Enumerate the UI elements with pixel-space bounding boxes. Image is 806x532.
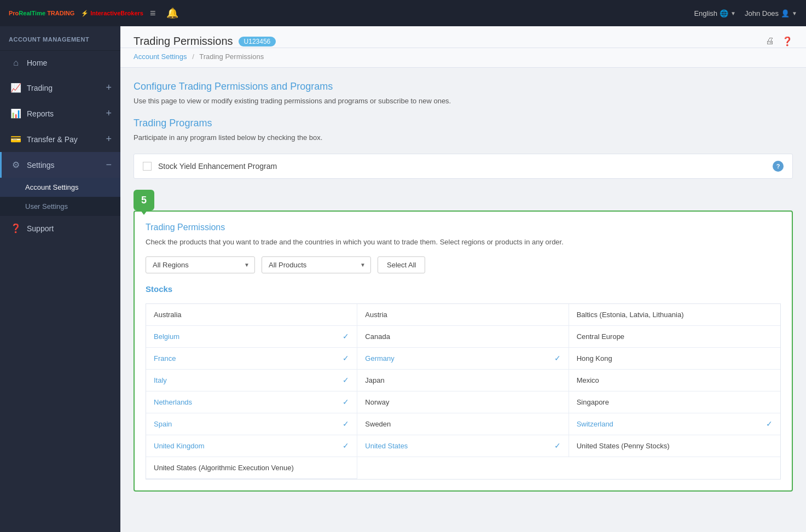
country-name: United States (Penny Stocks) <box>577 442 670 450</box>
settings-collapse-icon: − <box>106 159 112 171</box>
breadcrumb-current: Trading Permissions <box>199 52 264 61</box>
product-filter-wrapper: All Products Stocks Options Futures Fore… <box>262 256 371 273</box>
configure-section: Configure Trading Permissions and Progra… <box>134 81 793 107</box>
sidebar-item-transfer-pay[interactable]: 💳 Transfer & Pay + <box>0 126 120 152</box>
sidebar-item-reports[interactable]: 📊 Reports + <box>0 101 120 126</box>
logo-prt: ProRealTime TRADING <box>9 10 74 16</box>
country-cell[interactable]: Baltics (Estonia, Latvia, Lithuania) <box>569 304 780 326</box>
country-cell[interactable]: Singapore <box>569 391 780 413</box>
country-cell[interactable]: Austria <box>357 304 569 326</box>
page-header-title: Trading Permissions U123456 <box>134 35 276 48</box>
country-name: United Kingdom <box>154 442 205 450</box>
country-cell[interactable]: Mexico <box>569 370 780 391</box>
country-name: Hong Kong <box>577 354 612 363</box>
topbar-icons: ≡ 🔔 <box>150 7 179 19</box>
sidebar-transfer-pay-label: Transfer & Pay <box>27 135 100 144</box>
configure-title: Configure Trading Permissions and Progra… <box>134 81 793 92</box>
country-name: Sweden <box>365 420 391 428</box>
topbar-left: ProRealTime TRADING ⚡ InteractiveBrokers… <box>9 7 178 19</box>
breadcrumb: Account Settings / Trading Permissions <box>120 48 806 68</box>
filters-row: All Regions Americas Europe Asia Pacific… <box>146 256 781 273</box>
country-cell[interactable]: Central Europe <box>569 326 780 348</box>
support-icon: ❓ <box>10 223 21 233</box>
language-selector[interactable]: English 🌐 ▼ <box>694 9 736 17</box>
country-name: Germany <box>365 354 394 363</box>
country-cell[interactable]: Germany✓ <box>357 348 569 370</box>
country-cell[interactable]: United Kingdom✓ <box>146 435 357 457</box>
print-icon[interactable]: 🖨 <box>766 36 774 46</box>
country-cell[interactable]: Canada <box>357 326 569 348</box>
sidebar-settings-submenu: Account Settings User Settings <box>0 178 120 216</box>
sidebar-support-label: Support <box>27 224 112 233</box>
country-name: Central Europe <box>577 332 624 341</box>
country-cell[interactable]: France✓ <box>146 348 357 370</box>
country-check-icon: ✓ <box>554 354 561 363</box>
content-area: Trading Permissions U123456 🖨 ❓ Account … <box>120 26 806 532</box>
country-check-icon: ✓ <box>343 376 349 384</box>
sidebar-item-support[interactable]: ❓ Support <box>0 216 120 241</box>
country-cell[interactable]: United States (Algorithmic Execution Ven… <box>146 457 357 479</box>
breadcrumb-separator: / <box>192 52 194 61</box>
country-cell[interactable]: Belgium✓ <box>146 326 357 348</box>
country-cell[interactable]: United States (Penny Stocks) <box>569 435 780 457</box>
hamburger-icon[interactable]: ≡ <box>150 8 156 19</box>
trading-programs-title: Trading Programs <box>134 118 793 129</box>
region-filter[interactable]: All Regions Americas Europe Asia Pacific <box>146 256 255 273</box>
country-cell[interactable]: Italy✓ <box>146 370 357 391</box>
globe-icon: 🌐 <box>720 9 728 17</box>
settings-icon: ⚙ <box>10 160 21 170</box>
user-name: John Does <box>745 9 779 17</box>
country-cell[interactable]: United States✓ <box>357 435 569 457</box>
trading-icon: 📈 <box>10 83 21 93</box>
sidebar-settings-label: Settings <box>27 161 100 169</box>
sidebar: ACCOUNT MANAGEMENT ⌂ Home 📈 Trading + 📊 … <box>0 26 120 532</box>
country-cell[interactable]: Switzerland✓ <box>569 413 780 435</box>
select-all-button[interactable]: Select All <box>378 256 425 273</box>
topbar-right: English 🌐 ▼ John Does 👤 ▼ <box>694 9 797 17</box>
page-title: Trading Permissions <box>134 35 233 48</box>
bell-icon[interactable]: 🔔 <box>166 7 178 19</box>
country-cell[interactable]: Hong Kong <box>569 348 780 370</box>
country-name: United States (Algorithmic Execution Ven… <box>154 464 294 472</box>
country-check-icon: ✓ <box>343 441 349 450</box>
country-cell[interactable]: Norway <box>357 391 569 413</box>
step-badge: 5 <box>134 190 154 211</box>
trading-programs-section: Trading Programs Participate in any prog… <box>134 118 793 179</box>
sidebar-subitem-user-settings[interactable]: User Settings <box>0 197 120 216</box>
country-name: Japan <box>365 376 384 384</box>
sidebar-trading-label: Trading <box>27 84 100 92</box>
sidebar-item-home[interactable]: ⌂ Home <box>0 51 120 75</box>
permissions-desc: Check the products that you want to trad… <box>146 237 781 248</box>
configure-desc: Use this page to view or modify existing… <box>134 96 793 107</box>
country-name: Netherlands <box>154 398 192 406</box>
country-check-icon: ✓ <box>343 397 349 406</box>
user-icon: 👤 <box>781 9 790 17</box>
logo-trading-label: TRADING <box>47 10 74 16</box>
country-name: Belgium <box>154 332 179 341</box>
country-check-icon: ✓ <box>766 419 773 428</box>
user-caret: ▼ <box>792 10 797 16</box>
country-cell[interactable]: Spain✓ <box>146 413 357 435</box>
language-label: English <box>694 9 717 17</box>
country-cell[interactable]: Netherlands✓ <box>146 391 357 413</box>
country-cell[interactable]: Japan <box>357 370 569 391</box>
trading-programs-desc: Participate in any program listed below … <box>134 132 793 143</box>
breadcrumb-parent[interactable]: Account Settings <box>134 52 187 61</box>
topbar: ProRealTime TRADING ⚡ InteractiveBrokers… <box>0 0 806 26</box>
country-grid: AustraliaAustriaBaltics (Estonia, Latvia… <box>146 303 781 480</box>
program-row-0: Stock Yield Enhancement Program ? <box>134 154 792 178</box>
program-help-icon-0[interactable]: ? <box>773 161 784 172</box>
sidebar-item-settings[interactable]: ⚙ Settings − <box>0 152 120 178</box>
user-menu[interactable]: John Does 👤 ▼ <box>745 9 797 17</box>
sidebar-item-trading[interactable]: 📈 Trading + <box>0 75 120 101</box>
product-filter[interactable]: All Products Stocks Options Futures Fore… <box>262 256 371 273</box>
country-cell[interactable]: Australia <box>146 304 357 326</box>
program-label-0: Stock Yield Enhancement Program <box>158 162 766 171</box>
country-cell[interactable]: Sweden <box>357 413 569 435</box>
permissions-title: Trading Permissions <box>146 223 781 232</box>
programs-box: Stock Yield Enhancement Program ? <box>134 154 793 179</box>
page-help-icon[interactable]: ❓ <box>782 36 793 46</box>
sidebar-subitem-account-settings[interactable]: Account Settings <box>0 178 120 197</box>
program-checkbox-0[interactable] <box>143 162 152 171</box>
country-check-icon: ✓ <box>343 332 349 341</box>
